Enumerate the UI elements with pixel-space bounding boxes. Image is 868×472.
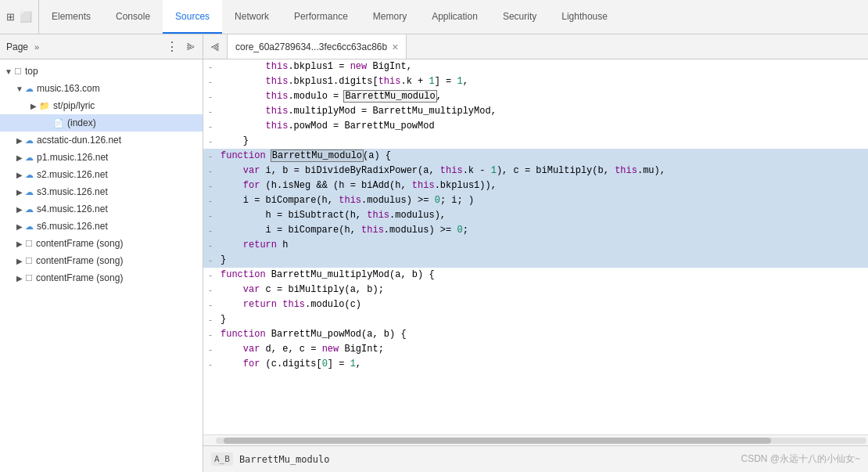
tab-memory[interactable]: Memory [360,0,419,34]
tab-network[interactable]: Network [222,0,282,34]
gutter-19: - [203,327,217,342]
icon-contentframe1: ☐ [25,239,33,249]
code-text-10: i = biCompare(h, this.modulus) >= 0; i; … [217,193,868,207]
label-stpip: st/pip/lyric [53,100,95,111]
tree-item-stpip[interactable]: ▶ 📁 st/pip/lyric [0,97,203,114]
code-text-7: function BarrettMu_modulo(a) { [217,149,868,163]
tab-application[interactable]: Application [419,0,490,34]
code-content[interactable]: - this.bkplus1 = new BigInt, - this.bkpl… [203,59,868,434]
devtools-icon-1[interactable]: ⊞ [6,11,15,23]
code-line-6: - } [203,134,868,149]
tree-item-s2music[interactable]: ▶ ☁ s2.music.126.net [0,166,203,183]
sidebar-collapse-button[interactable]: ⫷ [203,34,228,59]
label-contentframe2: contentFrame (song) [36,255,123,266]
page-label: Page [6,41,28,52]
tree-item-acstatic[interactable]: ▶ ☁ acstatic-dun.126.net [0,132,203,149]
label-s6music: s6.music.126.net [37,221,108,232]
arrow-p1music: ▶ [14,153,25,162]
search-input[interactable] [239,454,735,465]
code-line-17: - return this.modulo(c) [203,297,868,312]
code-area: ⫷ core_60a2789634...3fec6cc63ac86b × - t… [203,34,868,472]
code-text-15: function BarrettMu_multiplyMod(a, b) { [217,268,868,282]
gutter-17: - [203,297,217,312]
code-line-1: - this.bkplus1 = new BigInt, [203,59,868,74]
scroll-track[interactable] [216,438,866,444]
arrow-acstatic: ▶ [14,136,25,145]
gutter-2: - [203,74,217,89]
arrow-s4music: ▶ [14,205,25,214]
tab-performance[interactable]: Performance [282,0,360,34]
tree-item-s4music[interactable]: ▶ ☁ s4.music.126.net [0,200,203,218]
code-line-19: - function BarrettMu_powMod(a, b) { [203,327,868,342]
gutter-1: - [203,59,217,74]
code-text-5: this.powMod = BarrettMu_powMod [217,119,868,133]
sidebar-tree: ▼ ☐ top ▼ ☁ music.163.com ▶ 📁 st/pip/lyr… [0,59,203,472]
devtools-icons: ⊞ ⬜ [0,0,39,34]
horizontal-scrollbar[interactable] [203,434,868,445]
icon-s2music: ☁ [25,170,34,180]
tab-lighthouse[interactable]: Lighthouse [549,0,620,34]
arrow-s6music: ▶ [14,222,25,231]
code-text-20: var d, e, c = new BigInt; [217,342,868,356]
code-line-9: - for (h.isNeg && (h = biAdd(h, this.bkp… [203,178,868,193]
arrow-s2music: ▶ [14,171,25,179]
label-index: (index) [67,117,96,128]
code-text-14: } [217,253,868,267]
tree-item-top[interactable]: ▼ ☐ top [0,63,203,80]
arrow-top: ▼ [3,67,14,76]
tree-item-index[interactable]: 📄 (index) [0,114,203,132]
code-text-9: for (h.isNeg && (h = biAdd(h, this.bkplu… [217,178,868,193]
code-line-8: - var i, b = biDivideByRadixPower(a, thi… [203,164,868,178]
code-tab-file[interactable]: core_60a2789634...3fec6cc63ac86b × [228,34,407,59]
code-text-3: this.modulo = BarrettMu_modulo, [217,89,868,103]
code-line-7: - function BarrettMu_modulo(a) { [203,149,868,164]
code-line-16: - var c = biMultiply(a, b); [203,283,868,297]
code-line-13: - return h [203,238,868,253]
tree-item-contentframe3[interactable]: ▶ ☐ contentFrame (song) [0,269,203,286]
icon-s6music: ☁ [25,222,34,232]
tree-item-s3music[interactable]: ▶ ☁ s3.music.126.net [0,183,203,200]
label-s3music: s3.music.126.net [37,186,108,197]
tree-item-contentframe1[interactable]: ▶ ☐ contentFrame (song) [0,235,203,252]
tab-security[interactable]: Security [490,0,549,34]
sidebar-header: Page » ⋮ ⫸ [0,34,203,59]
gutter-13: - [203,238,217,253]
tree-item-music163[interactable]: ▼ ☁ music.163.com [0,80,203,97]
code-text-19: function BarrettMu_powMod(a, b) { [217,327,868,341]
icon-contentframe3: ☐ [25,273,33,283]
devtools-icon-2[interactable]: ⬜ [20,11,32,23]
tree-item-s6music[interactable]: ▶ ☁ s6.music.126.net [0,218,203,235]
code-tab-close[interactable]: × [392,41,398,53]
code-tab-filename: core_60a2789634...3fec6cc63ac86b [235,41,387,52]
code-line-4: - this.multiplyMod = BarrettMu_multiplyM… [203,104,868,119]
code-line-12: - i = biCompare(h, this.modulus) >= 0; [203,223,868,238]
code-text-11: h = biSubtract(h, this.modulus), [217,208,868,222]
label-acstatic: acstatic-dun.126.net [37,135,121,146]
code-line-14: - } [203,253,868,268]
gutter-12: - [203,223,217,238]
format-icon: A_B [211,452,233,466]
gutter-11: - [203,208,217,223]
gutter-8: - [203,164,217,178]
tab-elements[interactable]: Elements [39,0,103,34]
gutter-7: - [203,149,217,164]
code-line-10: - i = biCompare(h, this.modulus) >= 0; i… [203,193,868,208]
gutter-18: - [203,312,217,327]
sidebar-more-btn[interactable]: ⋮ [166,39,178,54]
chevrons-icon[interactable]: » [34,42,39,52]
gutter-21: - [203,357,217,372]
icon-stpip: 📁 [39,101,50,111]
label-s2music: s2.music.126.net [37,169,108,180]
arrow-stpip: ▶ [28,102,39,110]
icon-acstatic: ☁ [25,135,34,146]
icon-s4music: ☁ [25,204,34,214]
tree-item-p1music[interactable]: ▶ ☁ p1.music.126.net [0,149,203,166]
scroll-thumb[interactable] [224,438,771,444]
tab-sources[interactable]: Sources [163,0,222,34]
tree-item-contentframe2[interactable]: ▶ ☐ contentFrame (song) [0,252,203,269]
sidebar: Page » ⋮ ⫸ ▼ ☐ top ▼ ☁ music.163. [0,34,203,472]
label-contentframe1: contentFrame (song) [36,238,123,249]
tab-console[interactable]: Console [103,0,163,34]
sidebar-toggle-btn[interactable]: ⫸ [186,41,196,52]
gutter-20: - [203,342,217,357]
